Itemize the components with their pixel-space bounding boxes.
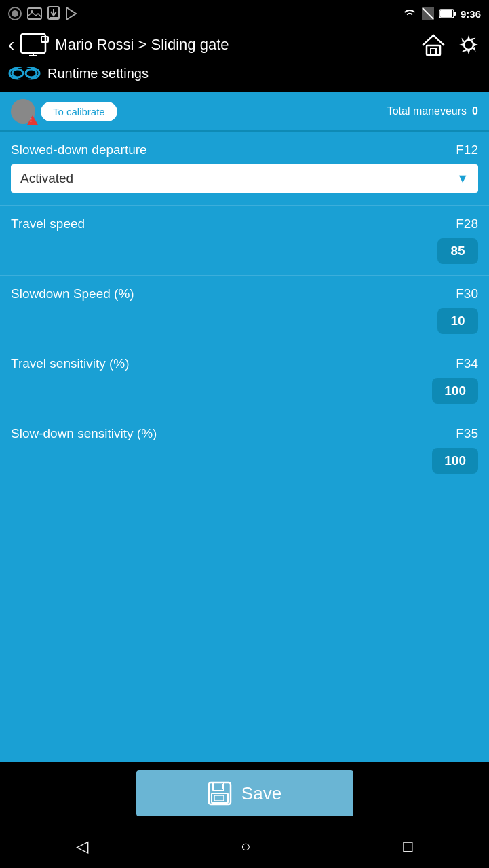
svg-rect-12 (440, 10, 452, 17)
runtime-settings-label: Runtime settings (47, 66, 149, 81)
value-row-4: 100 (11, 448, 478, 479)
svg-rect-17 (427, 45, 440, 55)
home-icon[interactable] (421, 33, 446, 56)
setting-label-2: Slowdown Speed (%) (11, 286, 134, 301)
alert-triangle (27, 115, 38, 125)
dropdown-arrow-icon: ▼ (456, 172, 469, 186)
setting-code-0: F12 (456, 143, 478, 157)
value-row-1: 85 (11, 238, 478, 269)
header-right (421, 33, 481, 57)
dropdown-value-0: Activated (20, 171, 73, 186)
svg-rect-28 (214, 795, 224, 801)
svg-point-19 (464, 40, 473, 50)
svg-rect-18 (431, 48, 436, 55)
setting-row-4: Slow-down sensitivity (%) F35 100 (0, 415, 489, 485)
battery-icon (439, 8, 456, 19)
circle-icon (8, 7, 22, 20)
value-badge-3[interactable]: 100 (432, 378, 478, 404)
calibrate-bar: To calibrate Total maneveurs 0 (0, 92, 489, 130)
setting-row-2: Slowdown Speed (%) F30 10 (0, 276, 489, 345)
alert-icon (11, 99, 35, 124)
nav-home-icon[interactable]: ○ (241, 837, 251, 856)
value-badge-1[interactable]: 85 (437, 238, 478, 264)
play-icon (65, 6, 77, 21)
settings-icon[interactable] (456, 33, 481, 57)
setting-label-4: Slow-down sensitivity (%) (11, 426, 157, 441)
status-icons-left (8, 6, 77, 21)
setting-header-1: Travel speed F28 (11, 216, 478, 231)
save-bar: Save (0, 762, 489, 825)
header-top: ‹ Mario Rossi > Sliding gate (8, 33, 481, 57)
svg-marker-7 (66, 7, 76, 20)
save-button[interactable]: Save (136, 770, 353, 816)
image-icon (27, 7, 42, 20)
value-row-3: 100 (11, 378, 478, 409)
dropdown-activated[interactable]: Activated ▼ (11, 164, 478, 193)
setting-code-1: F28 (456, 216, 478, 231)
header-bottom: Runtime settings (8, 61, 481, 88)
setting-row-3: Travel sensitivity (%) F34 100 (0, 345, 489, 415)
svg-point-1 (12, 10, 18, 17)
signal-off-icon (421, 7, 435, 20)
value-row-2: 10 (11, 308, 478, 339)
header: ‹ Mario Rossi > Sliding gate (0, 27, 489, 92)
nav-back-icon[interactable]: ◁ (76, 837, 88, 856)
nav-bar: ◁ ○ □ (0, 825, 489, 868)
setting-row-1: Travel speed F28 85 (0, 206, 489, 276)
setting-row-0: Slowed-down departure F12 Activated ▼ (0, 132, 489, 206)
setting-code-2: F30 (456, 286, 478, 301)
setting-header-3: Travel sensitivity (%) F34 (11, 356, 478, 371)
setting-label-0: Slowed-down departure (11, 143, 147, 157)
setting-label-1: Travel speed (11, 216, 85, 231)
setting-header-0: Slowed-down departure F12 (11, 143, 478, 157)
svg-rect-11 (454, 12, 456, 16)
header-left: ‹ Mario Rossi > Sliding gate (8, 33, 229, 57)
maneuvres-count: 0 (472, 105, 478, 117)
status-time: 9:36 (461, 8, 481, 20)
save-label: Save (241, 783, 281, 804)
value-badge-4[interactable]: 100 (432, 448, 478, 474)
setting-code-4: F35 (456, 426, 478, 441)
status-icons-right: 9:36 (402, 7, 481, 20)
chain-icon (8, 61, 41, 86)
setting-header-4: Slow-down sensitivity (%) F35 (11, 426, 478, 441)
download-icon (47, 6, 60, 21)
status-bar: 9:36 (0, 0, 489, 27)
main-content: Slowed-down departure F12 Activated ▼ Tr… (0, 130, 489, 762)
total-maneuvres-label: Total maneveurs (387, 105, 467, 117)
nav-square-icon[interactable]: □ (403, 837, 413, 856)
wifi-icon (402, 7, 417, 20)
total-maneuvres: Total maneveurs 0 (387, 105, 478, 117)
setting-label-3: Travel sensitivity (%) (11, 356, 130, 371)
breadcrumb: Mario Rossi > Sliding gate (55, 36, 229, 54)
setting-code-3: F34 (456, 356, 478, 371)
save-icon (208, 781, 232, 806)
calibrate-button[interactable]: To calibrate (41, 102, 117, 121)
setting-header-2: Slowdown Speed (%) F30 (11, 286, 478, 301)
screen-icon (20, 33, 50, 57)
value-badge-2[interactable]: 10 (437, 308, 478, 334)
back-button[interactable]: ‹ (8, 35, 14, 54)
calibrate-left: To calibrate (11, 99, 117, 124)
